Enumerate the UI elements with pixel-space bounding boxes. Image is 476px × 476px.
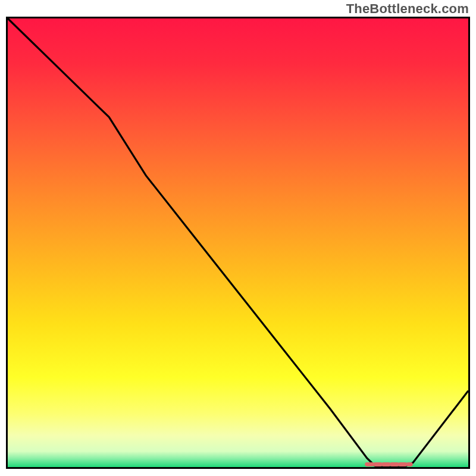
watermark-text: TheBottleneck.com — [346, 1, 469, 17]
chart-frame — [6, 17, 470, 469]
chart-curve — [8, 18, 468, 467]
